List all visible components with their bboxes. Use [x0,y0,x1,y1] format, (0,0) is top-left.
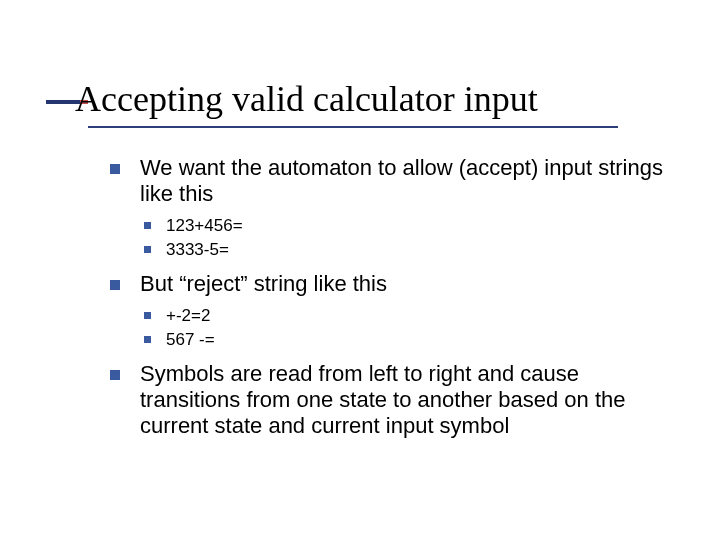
slide-title: Accepting valid calculator input [75,78,538,120]
bullet-1-text: We want the automaton to allow (accept) … [140,155,663,206]
bullet-1-sub-2: 3333-5= [140,239,670,261]
bullet-1-sub-1: 123+456= [140,215,670,237]
title-wrap: Accepting valid calculator input [75,78,538,120]
title-underline [88,126,618,128]
bullet-2-text: But “reject” string like this [140,271,387,296]
bullet-1: We want the automaton to allow (accept) … [110,155,670,261]
bullet-3: Symbols are read from left to right and … [110,361,670,439]
bullet-2-sub-2: 567 -= [140,329,670,351]
bullet-2: But “reject” string like this +-2=2 567 … [110,271,670,351]
slide-body: We want the automaton to allow (accept) … [110,155,670,445]
slide: Accepting valid calculator input We want… [0,0,720,540]
bullet-3-text: Symbols are read from left to right and … [140,361,626,438]
bullet-2-sub-1: +-2=2 [140,305,670,327]
